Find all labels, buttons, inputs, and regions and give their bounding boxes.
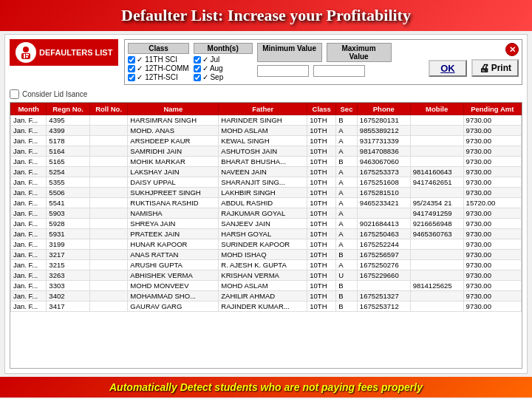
table-row[interactable]: Jan. F...5165MOHIK MARKARBHARAT BHUSHA..… — [11, 157, 522, 167]
defaulters-table: Month Regn No. Roll No. Name Father Clas… — [10, 103, 522, 312]
logo-icon — [16, 42, 36, 63]
table-row[interactable]: Jan. F...5541RUKTISANA RASHIDABDUL RASHI… — [11, 198, 522, 208]
col-month: Month — [11, 103, 47, 115]
col-roll: Roll No. — [89, 103, 128, 115]
col-father: Father — [219, 103, 307, 115]
header-title: Defaulter List: Increase your Profitabil… — [121, 6, 411, 24]
filter-box: Class ✓ 11TH SCI ✓ 12TH-COMM ✓ 12TH-SCI … — [124, 39, 522, 85]
table-row[interactable]: Jan. F...3303MOHD MONVEEVMOHD ASLAM10THB… — [11, 281, 522, 291]
consider-checkbox[interactable] — [10, 89, 19, 99]
col-pending: Pending Amt — [463, 103, 521, 115]
month-sep[interactable]: ✓ Sep — [194, 73, 253, 81]
class-11sci[interactable]: ✓ 11TH SCI — [128, 55, 188, 64]
min-value-input[interactable] — [257, 65, 309, 77]
table-row[interactable]: Jan. F...5928SHREYA JAINSANJEEV JAIN10TH… — [11, 219, 522, 229]
month-aug[interactable]: ✓ Aug — [194, 64, 253, 72]
printer-icon: 🖨 — [479, 62, 489, 74]
table-row[interactable]: Jan. F...3402MOHAMMAD SHO...ZAHILIR AHMA… — [11, 291, 522, 301]
month-jul[interactable]: ✓ Jul — [194, 55, 253, 64]
table-row[interactable]: Jan. F...4395HARSIMRAN SINGHHARINDER SIN… — [11, 115, 522, 126]
defaulters-logo: DEFAULTERS LIST — [10, 39, 118, 66]
month-filter: Month(s) ✓ Jul ✓ Aug ✓ Sep — [194, 43, 253, 81]
month-label: Month(s) — [194, 43, 253, 54]
col-sec: Sec — [336, 103, 358, 115]
table-row[interactable]: Jan. F...5164SAMRIDHI JAINASHUTOSH JAIN1… — [11, 146, 522, 157]
table-row[interactable]: Jan. F...3199HUNAR KAPOORSURINDER KAPOOR… — [11, 239, 522, 250]
class-12sci[interactable]: ✓ 12TH-SCI — [128, 73, 188, 81]
min-value-label: Minimum Value — [257, 43, 322, 62]
table-row[interactable]: Jan. F...3417GAURAV GARGRAJINDER KUMAR..… — [11, 301, 522, 312]
col-regn: Regn No. — [47, 103, 89, 115]
consider-label: Consider Lid Isance — [22, 90, 87, 98]
footer-text: Automatically Detect students who are no… — [109, 381, 423, 393]
print-button[interactable]: 🖨 Print — [471, 59, 519, 77]
max-value-input[interactable] — [313, 65, 365, 77]
table-row[interactable]: Jan. F...5903NAMISHARAJKUMAR GOYAL10THA9… — [11, 208, 522, 219]
month-checkbox-group: ✓ Jul ✓ Aug ✓ Sep — [194, 55, 253, 81]
table-row[interactable]: Jan. F...3217ANAS RATTANMOHD ISHAQ10THB1… — [11, 250, 522, 260]
table-row[interactable]: Jan. F...3215ARUSHI GUPTAR. AJESH K. GUP… — [11, 260, 522, 270]
main-content: DEFAULTERS LIST Class ✓ 11TH SCI ✓ 12TH-… — [4, 34, 528, 374]
col-mobile: Mobile — [410, 103, 463, 115]
class-filter: Class ✓ 11TH SCI ✓ 12TH-COMM ✓ 12TH-SCI — [128, 43, 188, 81]
ok-button[interactable]: OK — [429, 60, 467, 77]
top-panel: DEFAULTERS LIST Class ✓ 11TH SCI ✓ 12TH-… — [10, 39, 522, 85]
close-button[interactable]: ✕ — [505, 43, 519, 56]
col-class: Class — [307, 103, 336, 115]
min-max-section: Minimum Value Maximum Value — [257, 43, 392, 81]
col-name: Name — [128, 103, 219, 115]
filter-controls: ✕ OK 🖨 Print — [429, 43, 519, 81]
consider-row: Consider Lid Isance — [10, 89, 522, 99]
table-row[interactable]: Jan. F...5178ARSHDEEP KAURKEWAL SINGH10T… — [11, 136, 522, 146]
table-row[interactable]: Jan. F...5355DAISY UPPALSHARANJIT SING..… — [11, 177, 522, 188]
svg-point-0 — [23, 47, 29, 52]
footer: Automatically Detect students who are no… — [0, 377, 532, 398]
max-value-label: Maximum Value — [327, 43, 392, 62]
svg-rect-4 — [26, 56, 28, 58]
table-row[interactable]: Jan. F...5931PRATEEK JAINHARSH GOYAL10TH… — [11, 229, 522, 239]
table-row[interactable]: Jan. F...5254LAKSHAY JAINNAVEEN JAIN10TH… — [11, 167, 522, 177]
table-row[interactable]: Jan. F...3263ABHISHEK VERMAKRISHAN VERMA… — [11, 270, 522, 281]
table-row[interactable]: Jan. F...5506SUKHJPREET SINGHLAKHBIR SIN… — [11, 188, 522, 198]
table-row[interactable]: Jan. F...4399MOHD. ANASMOHD ASLAM10THA98… — [11, 126, 522, 136]
class-label: Class — [128, 43, 188, 54]
table-header-row: Month Regn No. Roll No. Name Father Clas… — [11, 103, 522, 115]
logo-text: DEFAULTERS LIST — [39, 48, 112, 57]
class-12comm[interactable]: ✓ 12TH-COMM — [128, 64, 188, 72]
col-phone: Phone — [357, 103, 410, 115]
svg-rect-2 — [24, 54, 25, 58]
header: Defaulter List: Increase your Profitabil… — [0, 0, 532, 31]
class-checkbox-group: ✓ 11TH SCI ✓ 12TH-COMM ✓ 12TH-SCI — [128, 55, 188, 81]
table-container[interactable]: Month Regn No. Roll No. Name Father Clas… — [10, 102, 522, 369]
svg-rect-3 — [26, 54, 29, 55]
